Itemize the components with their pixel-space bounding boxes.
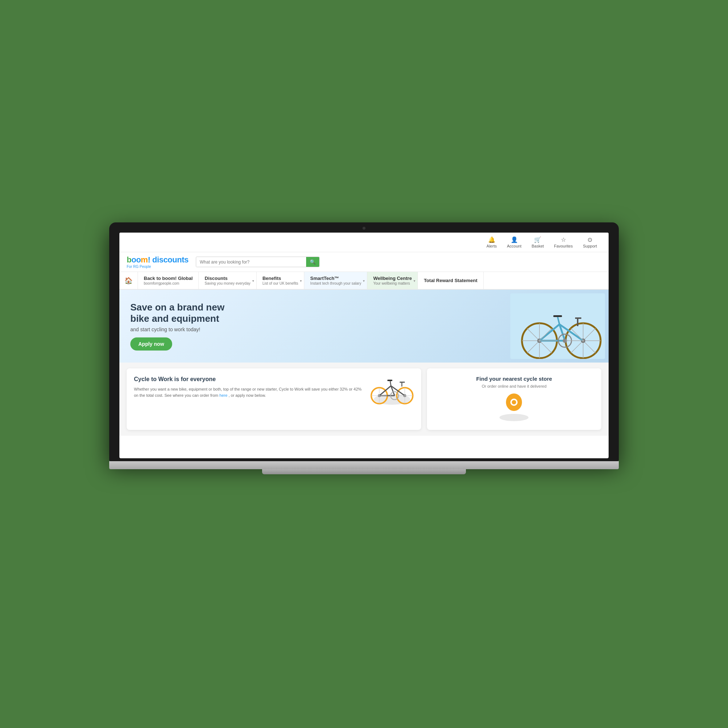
search-input[interactable] (196, 257, 306, 267)
apply-now-button[interactable]: Apply now (130, 337, 172, 350)
back-to-global-url: boomforrgpeople.com (144, 281, 193, 285)
basket-nav-item[interactable]: 🛒 Basket (527, 235, 548, 250)
support-icon: ⊙ (587, 236, 592, 243)
location-illustration (434, 392, 594, 423)
discounts-dropdown-arrow: ▾ (252, 278, 254, 283)
smarttech-label: SmartTech™ (310, 275, 361, 281)
home-nav-item[interactable]: 🏠 (119, 272, 138, 289)
logo-discounts: discounts (150, 255, 188, 264)
alerts-label: Alerts (487, 244, 497, 248)
home-icon: 🏠 (124, 277, 133, 284)
hero-subtitle: and start cycling to work today! (130, 327, 598, 332)
side-card-subtitle: Or order online and have it delivered (434, 384, 594, 388)
basket-label: Basket (531, 244, 544, 248)
logo-b: b (127, 255, 132, 264)
cycle-to-work-card: Cycle to Work is for everyone Whether yo… (127, 369, 421, 430)
wellbeing-nav-item[interactable]: Wellbeing Centre Your wellbeing matters … (367, 272, 418, 289)
here-link[interactable]: here (219, 393, 228, 398)
bike-illustration (370, 376, 414, 405)
discounts-nav-item[interactable]: Discounts Saving you money everyday ▾ (199, 272, 257, 289)
benefits-nav-item[interactable]: Benefits List of our UK benefits ▾ (257, 272, 304, 289)
logo-oo: oo (132, 255, 141, 264)
support-nav-item[interactable]: ⊙ Support (578, 235, 601, 250)
card-body-after: , or apply now below. (229, 393, 266, 398)
side-card-title: Find your nearest cycle store (434, 376, 594, 382)
wellbeing-label: Wellbeing Centre (373, 275, 412, 281)
back-to-global-nav-item[interactable]: Back to boom! Global boomforrgpeople.com (138, 272, 199, 289)
support-label: Support (583, 244, 597, 248)
discounts-label: Discounts (205, 275, 251, 281)
alerts-nav-item[interactable]: 🔔 Alerts (482, 235, 501, 250)
basket-icon: 🛒 (534, 236, 541, 243)
account-label: Account (507, 244, 522, 248)
total-reward-label: Total Reward Statement (424, 278, 477, 283)
favourites-icon: ☆ (561, 236, 566, 243)
benefits-dropdown-arrow: ▾ (300, 278, 302, 283)
main-navigation: 🏠 Back to boom! Global boomforrgpeople.c… (119, 272, 609, 290)
hero-section: Save on a brand new bike and equipment a… (119, 290, 609, 362)
discounts-desc: Saving you money everyday (205, 281, 251, 285)
hero-title: Save on a brand new bike and equipment (130, 302, 598, 324)
logo-text: boom! discounts (127, 255, 188, 265)
back-to-global-label: Back to boom! Global (144, 275, 193, 281)
smarttech-desc: Instant tech through your salary (310, 281, 361, 285)
account-nav-item[interactable]: 👤 Account (503, 235, 526, 250)
account-icon: 👤 (511, 236, 518, 243)
card-text: Cycle to Work is for everyone Whether yo… (134, 376, 364, 399)
logo-m: m (141, 255, 148, 264)
svg-point-41 (499, 414, 529, 421)
site-header: boom! discounts For RG People 🔍 (119, 252, 609, 272)
logo-exclaim: ! (148, 255, 150, 264)
browser-screen: 🔔 Alerts 👤 Account 🛒 Basket ☆ Favourites… (119, 232, 609, 458)
logo[interactable]: boom! discounts For RG People (127, 255, 188, 269)
total-reward-nav-item[interactable]: Total Reward Statement (418, 272, 483, 289)
benefits-label: Benefits (262, 275, 298, 281)
benefits-desc: List of our UK benefits (262, 281, 298, 285)
smarttech-dropdown-arrow: ▾ (363, 278, 365, 283)
screen-bezel: 🔔 Alerts 👤 Account 🛒 Basket ☆ Favourites… (109, 222, 619, 461)
hero-content: Save on a brand new bike and equipment a… (119, 294, 609, 358)
alerts-icon: 🔔 (488, 236, 496, 243)
laptop-base (109, 461, 619, 469)
laptop-wrapper: 🔔 Alerts 👤 Account 🛒 Basket ☆ Favourites… (109, 222, 619, 469)
content-area: Cycle to Work is for everyone Whether yo… (119, 362, 609, 436)
favourites-label: Favourites (554, 244, 573, 248)
wellbeing-desc: Your wellbeing matters (373, 281, 412, 285)
svg-rect-33 (387, 380, 392, 381)
logo-tagline: For RG People (127, 265, 188, 269)
card-body: Whether you want a new bike, equipment o… (134, 386, 364, 399)
favourites-nav-item[interactable]: ☆ Favourites (550, 235, 577, 250)
smarttech-nav-item[interactable]: SmartTech™ Instant tech through your sal… (304, 272, 367, 289)
find-cycle-store-card: Find your nearest cycle store Or order o… (427, 369, 601, 430)
svg-line-32 (390, 381, 391, 386)
card-title: Cycle to Work is for everyone (134, 376, 364, 383)
wellbeing-dropdown-arrow: ▾ (413, 278, 415, 283)
top-navigation: 🔔 Alerts 👤 Account 🛒 Basket ☆ Favourites… (119, 232, 609, 252)
search-button[interactable]: 🔍 (306, 257, 319, 267)
search-bar: 🔍 (196, 257, 320, 267)
svg-point-44 (512, 400, 516, 404)
